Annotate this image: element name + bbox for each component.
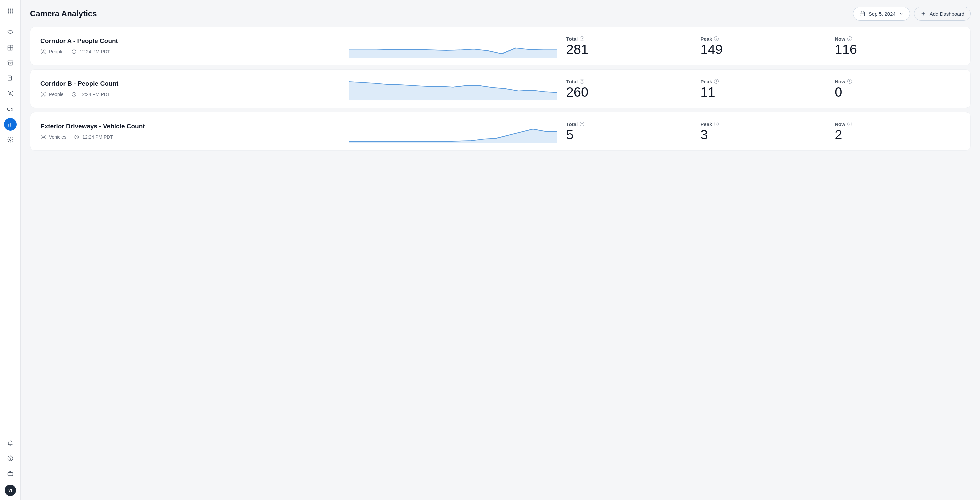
sidebar-item-settings[interactable] <box>4 133 17 146</box>
help-icon[interactable]: ? <box>580 79 584 84</box>
main: Camera Analytics Sep 5, 2024 Add Dashboa… <box>21 0 980 500</box>
svg-point-41 <box>44 137 45 138</box>
sidebar-item-archive[interactable] <box>4 57 17 69</box>
stat-now-label: Now <box>835 79 845 84</box>
help-icon[interactable]: ? <box>714 122 719 126</box>
stat-total-label: Total <box>566 121 578 127</box>
clock-icon <box>74 134 80 140</box>
stat-total-value: 260 <box>566 85 692 99</box>
chevron-down-icon <box>899 11 904 16</box>
avatar[interactable]: VI <box>5 485 16 496</box>
svg-point-37 <box>43 93 44 95</box>
stat-peak-value: 3 <box>700 128 826 142</box>
svg-point-4 <box>10 11 10 11</box>
stat-peak-value: 11 <box>700 85 826 99</box>
sidebar-item-cameras[interactable] <box>4 26 17 39</box>
sparkline <box>348 77 558 100</box>
svg-point-2 <box>12 9 12 10</box>
stat-total-label: Total <box>566 36 578 42</box>
card-title: Exterior Driveways - Vehicle Count <box>40 123 342 130</box>
header: Camera Analytics Sep 5, 2024 Add Dashboa… <box>21 0 980 24</box>
sidebar-item-vehicles[interactable] <box>4 103 17 115</box>
stat-peak: Peak? 3 <box>698 121 826 142</box>
svg-point-7 <box>10 13 10 13</box>
card-title: Corridor B - People Count <box>40 80 342 88</box>
help-icon[interactable]: ? <box>847 36 852 41</box>
clock-icon <box>71 49 77 55</box>
analytics-card[interactable]: Corridor B - People Count People 12:24 P… <box>30 69 970 108</box>
stat-now-label: Now <box>835 121 845 127</box>
sidebar-item-notifications[interactable] <box>4 437 17 449</box>
card-time: 12:24 PM PDT <box>74 134 113 140</box>
svg-point-6 <box>8 13 9 13</box>
help-icon[interactable]: ? <box>580 36 584 41</box>
help-icon[interactable]: ? <box>847 122 852 126</box>
svg-rect-29 <box>860 12 865 16</box>
sidebar-apps-button[interactable] <box>4 5 17 18</box>
card-time-label: 12:24 PM PDT <box>82 134 113 140</box>
add-dashboard-button[interactable]: Add Dashboard <box>914 7 970 21</box>
svg-point-3 <box>8 11 9 11</box>
sparkline <box>348 34 558 58</box>
bell-icon <box>7 439 14 446</box>
layout-grid-icon <box>7 45 14 51</box>
sparkline <box>348 119 558 143</box>
sidebar-item-help[interactable] <box>4 452 17 465</box>
card-type: People <box>40 49 64 55</box>
svg-point-26 <box>10 460 10 460</box>
card-time: 12:24 PM PDT <box>71 91 110 97</box>
card-type: People <box>40 91 64 97</box>
date-picker-button[interactable]: Sep 5, 2024 <box>853 7 910 21</box>
date-label: Sep 5, 2024 <box>869 11 896 17</box>
calendar-icon <box>859 11 865 17</box>
sidebar-item-reports[interactable] <box>4 72 17 85</box>
stat-peak: Peak? 11 <box>698 79 826 99</box>
page-title: Camera Analytics <box>30 9 97 18</box>
card-time-label: 12:24 PM PDT <box>80 92 110 97</box>
sidebar-item-layouts[interactable] <box>4 41 17 54</box>
help-icon[interactable]: ? <box>847 79 852 84</box>
vehicle-scan-icon <box>40 134 46 140</box>
stat-total: Total? 5 <box>564 121 692 142</box>
svg-point-35 <box>43 51 44 52</box>
sidebar: VI <box>0 0 21 500</box>
card-type-label: People <box>49 92 64 97</box>
svg-point-19 <box>8 110 10 111</box>
stat-peak-label: Peak <box>700 36 712 42</box>
clock-icon <box>71 91 77 97</box>
help-icon[interactable]: ? <box>714 79 719 84</box>
header-actions: Sep 5, 2024 Add Dashboard <box>853 7 970 21</box>
plus-icon <box>920 11 926 17</box>
stat-total-label: Total <box>566 79 578 84</box>
archive-icon <box>7 60 14 66</box>
stat-peak-label: Peak <box>700 79 712 84</box>
stat-now-value: 2 <box>835 128 960 142</box>
stat-now: Now? 2 <box>833 121 960 142</box>
sidebar-item-people[interactable] <box>4 88 17 100</box>
card-type-label: People <box>49 49 64 54</box>
stat-peak-label: Peak <box>700 121 712 127</box>
stat-now-value: 0 <box>835 85 960 99</box>
cards-list: Corridor A - People Count People 12:24 P… <box>21 24 980 160</box>
card-time: 12:24 PM PDT <box>71 49 110 55</box>
stat-now-label: Now <box>835 36 845 42</box>
grid-dots-icon <box>7 8 14 14</box>
stat-now-value: 116 <box>835 42 960 56</box>
person-scan-icon <box>40 49 46 55</box>
analytics-card[interactable]: Corridor A - People Count People 12:24 P… <box>30 27 970 65</box>
svg-point-17 <box>10 92 11 94</box>
person-scan-icon <box>7 90 14 97</box>
stat-total: Total? 260 <box>564 79 692 99</box>
help-icon[interactable]: ? <box>714 36 719 41</box>
card-info: Corridor B - People Count People 12:24 P… <box>40 80 342 97</box>
svg-point-24 <box>10 139 11 141</box>
sidebar-item-toolbox[interactable] <box>4 467 17 480</box>
sidebar-item-analytics[interactable] <box>4 118 17 131</box>
stat-total-value: 5 <box>566 128 692 142</box>
card-type-label: Vehicles <box>49 134 66 140</box>
analytics-card[interactable]: Exterior Driveways - Vehicle Count Vehic… <box>30 112 970 151</box>
help-icon[interactable]: ? <box>580 122 584 126</box>
bar-chart-icon <box>7 121 14 128</box>
svg-point-20 <box>11 110 12 111</box>
stat-now: Now? 116 <box>833 36 960 56</box>
